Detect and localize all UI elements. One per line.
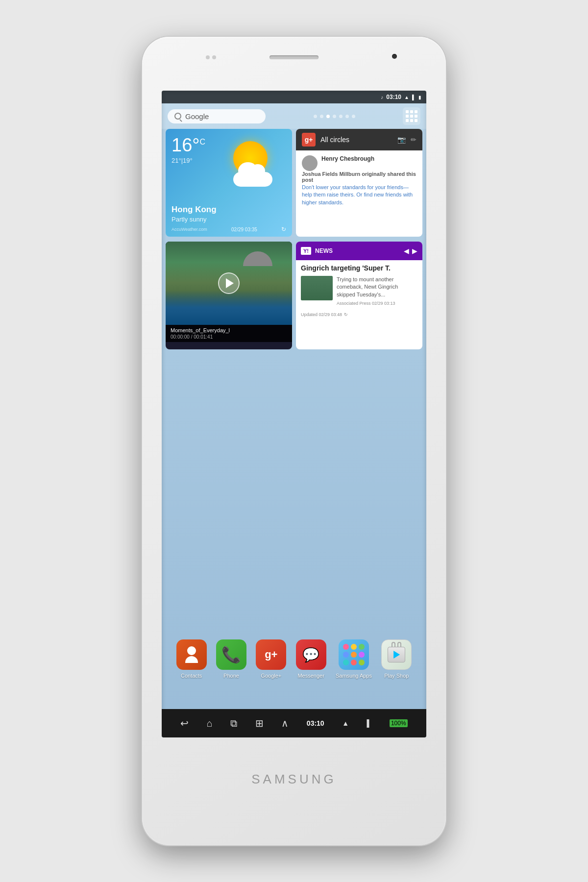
bag-icon [388,647,405,662]
menu-button[interactable]: ∧ [281,717,289,729]
video-info: Moments_of_Everyday_l 00:00:00 / 00:01:4… [166,325,292,342]
apps-grid-button[interactable] [403,107,420,125]
video-time: 00:00:00 / 00:01:41 [171,334,287,340]
top-bezel [142,37,446,91]
contacts-icon [176,639,207,670]
gplus-shared-label: Joshua Fields Millburn originally shared… [302,171,416,183]
weather-temperature: 16°C [172,135,286,156]
video-water [166,291,292,325]
news-headline: Gingrich targeting 'Super T. [301,264,417,272]
nav-signal-icon: ▌ [367,719,372,727]
phone-icon: 📞 [216,639,246,670]
page-dot-6 [345,115,349,118]
top-search-bar: Google [162,103,426,129]
samsung-apps-icon [339,639,369,670]
dot-red [343,644,349,650]
messenger-icon: 💬 [296,639,326,670]
gplus-widget[interactable]: g+ All circles 📷 ✏ Henry Chesbrough Josh… [296,129,422,237]
speaker-grille [270,55,318,59]
music-icon: ♪ [381,95,383,100]
gplus-author: Henry Chesbrough [302,155,416,162]
compose-icon[interactable]: ✏ [411,136,416,144]
news-widget[interactable]: Y! NEWS ◀ ▶ Gingrich targeting 'Super T. [296,242,422,349]
news-navigation: ◀ ▶ [404,247,417,255]
weather-widget[interactable]: 16°C 21°|19° Hong Kong Partly sunny Accu… [166,129,292,237]
weather-source: AccuWeather.com [172,227,207,232]
news-meta: Associated Press 02/29 03:13 [337,301,417,306]
recent-apps-button[interactable]: ⧉ [230,718,237,729]
app-icon-play[interactable]: Play Shop [381,639,412,679]
news-updated: Updated 02/29 03:48 [301,312,342,317]
page-dot-1 [314,115,317,118]
dots-grid [339,640,368,669]
messenger-label: Messenger [297,673,324,679]
grid-dot [415,119,417,122]
grid-dot [406,115,409,118]
search-icon [174,113,181,120]
sensor-dot-2 [212,55,216,59]
gplus-label: Google+ [261,673,281,679]
grid-dot [410,119,413,122]
gplus-post[interactable]: Henry Chesbrough Joshua Fields Millburn … [296,150,422,211]
nav-wifi-icon: ▲ [342,719,349,727]
google-search-widget[interactable]: Google [168,109,266,123]
samsung-brand-label: SAMSUNG [251,772,336,787]
news-footer: Updated 02/29 03:48 ↻ [296,310,422,319]
status-time: 03:10 [386,94,401,100]
weather-description: Partly sunny [172,216,207,223]
app-icon-gplus[interactable]: g+ Google+ [256,639,286,679]
news-body-text: Trying to mount another comeback, Newt G… [337,276,417,298]
wifi-icon: ▲ [404,95,409,100]
weather-city: Hong Kong [172,205,217,215]
sensor-dots [206,55,216,59]
grid-dot [406,110,409,113]
app-icon-phone[interactable]: 📞 Phone [216,639,246,679]
dot-yellow [351,644,357,650]
play-shop-icon [381,639,412,670]
news-prev-button[interactable]: ◀ [404,247,409,255]
yahoo-logo: Y! [301,247,311,255]
play-button[interactable] [218,272,240,294]
grid-dot [415,110,417,113]
app-icon-samsung[interactable]: Samsung Apps [336,639,372,679]
dot-pink [351,660,357,665]
nav-time: 03:10 [307,719,324,727]
video-title: Moments_of_Everyday_l [171,327,287,333]
page-dot-3[interactable] [326,115,330,118]
gplus-actions: 📷 ✏ [397,136,416,144]
status-bar: ♪ 03:10 ▲ ▌ ▮ [162,91,426,103]
page-indicator [314,115,355,118]
home-button[interactable]: ⌂ [207,718,213,729]
news-refresh-icon[interactable]: ↻ [344,312,348,317]
gplus-content: Don't lower your standards for your frie… [302,184,416,206]
news-label: NEWS [315,247,400,254]
grid-dot [410,110,413,113]
news-next-button[interactable]: ▶ [412,247,417,255]
refresh-icon[interactable]: ↻ [281,226,286,233]
samsung-apps-label: Samsung Apps [336,673,372,679]
google-label: Google [185,112,209,121]
dot-lime [359,660,365,665]
grid-dot [410,115,413,118]
play-shop-label: Play Shop [384,673,409,679]
avatar [302,155,318,171]
page-dot-2 [320,115,323,118]
sensor-dot-1 [206,55,210,59]
dot-green [359,644,365,650]
dot-orange [351,652,357,658]
phone-label: Phone [223,673,239,679]
screenshot-button[interactable]: ⊞ [255,717,264,729]
app-icon-contacts[interactable]: Contacts [176,639,207,679]
front-camera [392,54,397,59]
news-image-inner [301,276,333,300]
app-icon-messenger[interactable]: 💬 Messenger [296,639,326,679]
camera-icon[interactable]: 📷 [397,136,406,144]
dot-blue [343,652,349,658]
video-widget[interactable]: Moments_of_Everyday_l 00:00:00 / 00:01:4… [166,242,292,349]
news-image [301,276,333,300]
play-triangle-icon [226,278,234,288]
back-button[interactable]: ↩ [180,717,189,729]
page-dot-4 [333,115,336,118]
screen: ♪ 03:10 ▲ ▌ ▮ Google [162,91,426,737]
gplus-app-icon: g+ [256,639,286,670]
